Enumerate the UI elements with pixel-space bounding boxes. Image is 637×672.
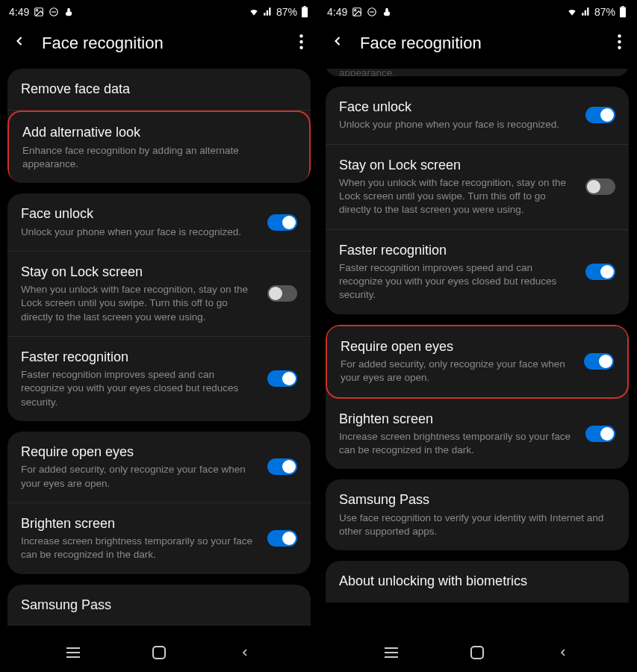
face-unlock-row[interactable]: Face unlock Unlock your phone when your … (326, 87, 629, 145)
battery-icon (300, 6, 309, 18)
about-biometrics-row[interactable]: About unlocking with biometrics (326, 561, 629, 602)
more-menu-button[interactable] (296, 31, 306, 55)
back-button[interactable] (330, 34, 345, 53)
wifi-icon (248, 7, 260, 17)
svg-rect-18 (621, 6, 624, 7)
remove-face-data-row[interactable]: Remove face data (7, 69, 311, 111)
stay-on-lock-toggle[interactable] (267, 285, 297, 302)
card-security-options: Require open eyes For added security, on… (326, 325, 629, 470)
row-desc: When you unlock with face recognition, s… (339, 176, 577, 217)
row-title: Brighten screen (21, 515, 258, 532)
svg-rect-4 (302, 7, 308, 18)
svg-rect-25 (471, 647, 483, 659)
row-desc: For added security, only recognize your … (21, 463, 258, 490)
faster-recognition-row[interactable]: Faster recognition Faster recognition im… (326, 230, 629, 314)
row-title: About unlocking with biometrics (339, 573, 615, 590)
row-title: Faster recognition (339, 242, 577, 259)
svg-point-7 (299, 40, 302, 43)
svg-rect-5 (303, 6, 305, 7)
svg-point-20 (618, 40, 621, 43)
settings-list[interactable]: Remove face data Add alternative look En… (0, 69, 318, 636)
status-bar: 4:49 87% (0, 0, 318, 24)
card-samsung-pass: Samsung Pass Use face recognition to ver… (326, 479, 629, 550)
svg-point-14 (355, 10, 356, 11)
row-desc: Use face recognition to verify your iden… (339, 511, 615, 538)
row-title: Brighten screen (339, 411, 577, 428)
row-title: Require open eyes (341, 338, 575, 355)
card-unlock-options: Face unlock Unlock your phone when your … (7, 193, 311, 421)
face-unlock-toggle[interactable] (267, 214, 297, 231)
row-title: Face unlock (21, 205, 258, 223)
row-title: Faster recognition (21, 349, 258, 366)
svg-rect-17 (620, 7, 626, 18)
row-title: Samsung Pass (339, 491, 615, 508)
faster-recognition-row[interactable]: Faster recognition Faster recognition im… (7, 337, 311, 421)
back-button[interactable] (12, 34, 27, 53)
row-title: Remove face data (21, 81, 297, 98)
status-bar: 4:49 87% (318, 0, 636, 24)
add-alternative-look-row[interactable]: Add alternative look Enhance face recogn… (7, 111, 311, 183)
stay-on-lock-toggle[interactable] (585, 178, 615, 195)
card-security-options: Require open eyes For added security, on… (7, 432, 311, 574)
header: Face recognition (318, 24, 636, 69)
recents-button[interactable] (51, 647, 96, 662)
dnd-icon (49, 7, 59, 17)
face-unlock-toggle[interactable] (585, 107, 615, 123)
svg-rect-12 (153, 647, 165, 659)
image-icon (34, 7, 44, 17)
row-desc: Unlock your phone when your face is reco… (21, 225, 258, 239)
phone-left: 4:49 87% Face recognition Remove face da… (0, 0, 318, 672)
settings-list[interactable]: appearance. Face unlock Unlock your phon… (318, 69, 636, 636)
row-title: Require open eyes (21, 444, 258, 461)
faster-recognition-toggle[interactable] (585, 264, 615, 280)
home-button[interactable] (455, 645, 500, 663)
row-desc: Increase screen brightness temporarily s… (21, 535, 258, 561)
battery-pct: 87% (276, 6, 297, 18)
recents-button[interactable] (369, 647, 414, 662)
svg-point-19 (618, 34, 621, 37)
card-cut-top: appearance. (326, 69, 629, 76)
card-unlock-options: Face unlock Unlock your phone when your … (326, 87, 629, 314)
nav-bar (318, 636, 636, 672)
signal-icon (581, 7, 591, 17)
brighten-screen-toggle[interactable] (267, 530, 297, 547)
svg-point-8 (299, 46, 302, 49)
stay-on-lock-row[interactable]: Stay on Lock screen When you unlock with… (7, 252, 311, 337)
brighten-screen-row[interactable]: Brighten screen Increase screen brightne… (7, 503, 311, 574)
home-button[interactable] (137, 645, 181, 663)
card-face-data: Remove face data Add alternative look En… (7, 69, 311, 183)
back-nav-button[interactable] (223, 645, 267, 663)
more-menu-button[interactable] (615, 31, 624, 55)
samsung-pass-row[interactable]: Samsung Pass (7, 585, 311, 626)
svg-point-21 (618, 46, 621, 49)
brighten-screen-row[interactable]: Brighten screen Increase screen brightne… (326, 399, 629, 470)
wifi-icon (566, 7, 578, 17)
row-desc: Unlock your phone when your face is reco… (339, 118, 577, 131)
require-open-eyes-toggle[interactable] (267, 458, 297, 475)
row-title: Face unlock (339, 99, 577, 116)
page-title: Face recognition (360, 34, 600, 53)
row-desc: When you unlock with face recognition, s… (21, 283, 258, 324)
row-title: Stay on Lock screen (21, 264, 258, 281)
back-nav-button[interactable] (541, 645, 585, 663)
samsung-pass-row[interactable]: Samsung Pass Use face recognition to ver… (326, 479, 629, 550)
row-desc: Faster recognition improves speed and ca… (21, 368, 258, 409)
card-about-biometrics: About unlocking with biometrics (326, 561, 629, 602)
phone-right: 4:49 87% Face recognition appearance. Fa… (318, 0, 636, 672)
require-open-eyes-row[interactable]: Require open eyes For added security, on… (326, 325, 629, 399)
require-open-eyes-toggle[interactable] (584, 353, 614, 370)
brighten-screen-toggle[interactable] (585, 426, 615, 442)
row-desc: For added security, only recognize your … (341, 358, 575, 385)
faster-recognition-toggle[interactable] (267, 370, 297, 387)
require-open-eyes-row[interactable]: Require open eyes For added security, on… (7, 432, 311, 503)
stay-on-lock-row[interactable]: Stay on Lock screen When you unlock with… (326, 145, 629, 230)
row-desc: Faster recognition improves speed and ca… (339, 261, 577, 302)
image-icon (352, 7, 362, 17)
face-unlock-row[interactable]: Face unlock Unlock your phone when your … (7, 193, 311, 252)
nav-bar (0, 636, 318, 672)
row-desc: Increase screen brightness temporarily s… (339, 430, 577, 457)
header: Face recognition (0, 24, 318, 69)
touch-icon (382, 7, 392, 17)
status-time: 4:49 (327, 6, 347, 18)
row-title: Stay on Lock screen (339, 157, 577, 174)
